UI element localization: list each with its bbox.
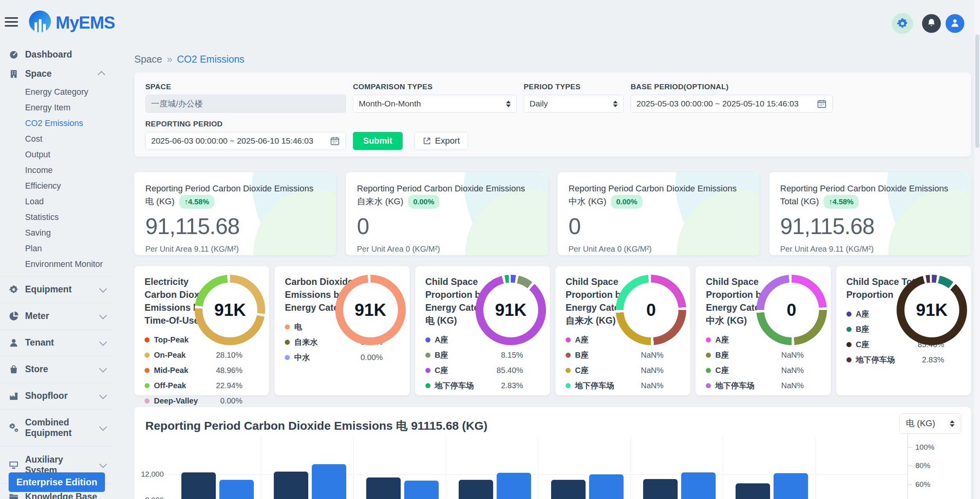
breadcrumb-parent[interactable]: Space (134, 54, 162, 65)
sidebar-item-shopfloor[interactable]: Shopfloor (0, 383, 114, 409)
period-types-select[interactable]: Daily (524, 95, 624, 113)
sidebar-subitem-environment-monitor[interactable]: Environment Monitor (25, 256, 114, 272)
submit-button[interactable]: Submit (353, 132, 403, 150)
hamburger-menu-icon[interactable] (5, 17, 18, 27)
legend-dot (145, 383, 150, 388)
page-scrollbar[interactable] (975, 0, 980, 499)
sidebar-item-equipment[interactable]: Equipment (0, 276, 114, 303)
sidebar-subitem-co2-emissions[interactable]: CO2 Emissions (25, 115, 114, 131)
bar-base-period[interactable] (643, 479, 678, 499)
legend-item[interactable]: B座NaN% (566, 350, 664, 360)
sidebar-item-dashboard[interactable]: Dashboard (0, 45, 114, 64)
space-input[interactable]: 一度城/办公楼 (145, 95, 346, 113)
bar-reporting-period[interactable] (589, 474, 624, 499)
bar-reporting-period[interactable] (312, 464, 346, 499)
sidebar-subitem-energy-category[interactable]: Energy Category (25, 84, 114, 100)
legend-item[interactable]: On-Peak28.10% (145, 350, 242, 360)
legend-label: A座 (715, 335, 729, 345)
sidebar-item-space[interactable]: Space (0, 64, 114, 83)
legend-item[interactable]: 地下停车场NaN% (566, 381, 664, 391)
donut-center-value: 91K (495, 300, 527, 320)
legend-label: Deep-Valley (154, 396, 198, 406)
sidebar-subitem-load[interactable]: Load (25, 194, 114, 209)
breadcrumb-current[interactable]: CO2 Emissions (177, 54, 244, 65)
sidebar-subitem-plan[interactable]: Plan (25, 241, 114, 256)
reporting-period-input[interactable]: 2025-06-03 00:00:00 ~ 2025-06-10 15:46:0… (145, 132, 346, 150)
sidebar-group: Equipment (0, 276, 114, 303)
sidebar-navigation: DashboardSpaceEnergy CategoryEnergy Item… (0, 45, 114, 499)
sidebar-item-meter[interactable]: Meter (0, 303, 114, 329)
bar-reporting-period[interactable] (404, 481, 439, 499)
bell-icon (926, 18, 937, 29)
sidebar-subitem-saving[interactable]: Saving (25, 225, 114, 241)
legend-item[interactable]: C座85.40% (425, 366, 523, 375)
energy-category-select[interactable]: 电 (KG) (899, 413, 961, 434)
meter-icon (9, 311, 19, 321)
kpi-card-content: Reporting Period Carbon Dioxide Emission… (780, 182, 960, 255)
kpi-card-content: Reporting Period Carbon Dioxide Emission… (357, 182, 537, 255)
kpi-title-text: Reporting Period Carbon Dioxide Emission… (569, 184, 737, 206)
sidebar-item-tenant[interactable]: Tenant (0, 330, 114, 356)
kpi-title-text: Reporting Period Carbon Dioxide Emission… (145, 184, 313, 206)
sidebar-subitem-income[interactable]: Income (25, 162, 114, 178)
legend-item[interactable]: C座NaN% (706, 366, 804, 375)
chevron-down-icon (99, 285, 107, 292)
legend-value: 28.10% (216, 351, 242, 360)
user-profile-button[interactable] (946, 14, 964, 33)
donut-card: Child Space Proportion by Energy Categor… (696, 266, 830, 395)
bar-reporting-period[interactable] (497, 473, 531, 499)
kpi-title: Reporting Period Carbon Dioxide Emission… (145, 182, 314, 209)
legend-dot (846, 342, 852, 347)
legend-item[interactable]: Off-Peak22.94% (145, 381, 242, 391)
legend-label: C座 (856, 340, 869, 349)
legend-item[interactable]: 地下停车场2.83% (425, 381, 523, 391)
legend-dot (285, 355, 290, 360)
legend-item[interactable]: B座8.15% (425, 350, 523, 360)
legend-item[interactable]: 地下停车场NaN% (706, 381, 804, 391)
legend-item[interactable]: Deep-Valley0.00% (145, 396, 242, 406)
bar-reporting-period[interactable] (774, 473, 808, 499)
breadcrumb: Space » CO2 Emissions (134, 54, 244, 65)
sidebar-subitem-cost[interactable]: Cost (25, 131, 114, 147)
donut-card: Child Space Proportion by Energy Categor… (415, 266, 550, 395)
bar-reporting-period[interactable] (219, 480, 254, 499)
legend-item[interactable]: C座NaN% (566, 366, 664, 375)
kpi-change-badge: ↑4.58% (179, 195, 214, 209)
legend-dot (145, 353, 150, 358)
bar-reporting-period[interactable] (681, 472, 716, 499)
space-submenu: Energy CategoryEnergy ItemCO2 EmissionsC… (0, 83, 114, 276)
bar-base-period[interactable] (181, 472, 216, 499)
notifications-button[interactable] (922, 14, 941, 33)
legend-value: 8.15% (501, 351, 523, 360)
legend-item[interactable]: Mid-Peak48.96% (145, 366, 242, 375)
sidebar-item-store[interactable]: Store (0, 356, 114, 382)
bar-base-period[interactable] (551, 480, 586, 499)
bar-base-period[interactable] (459, 480, 493, 499)
bar-base-period[interactable] (366, 477, 401, 499)
bar-base-period[interactable] (736, 483, 770, 499)
donut-ring: 91K (195, 275, 265, 345)
legend-item[interactable]: B座NaN% (706, 350, 804, 360)
legend-item[interactable]: 地下停车场2.83% (846, 355, 944, 365)
sidebar-subitem-statistics[interactable]: Statistics (25, 209, 114, 225)
sidebar-subitem-energy-item[interactable]: Energy Item (25, 100, 114, 115)
sidebar-subitem-efficiency[interactable]: Efficiency (25, 178, 114, 194)
settings-button[interactable] (888, 9, 917, 38)
kpi-value: 0 (569, 213, 749, 239)
legend-dot (285, 324, 290, 330)
legend-label: Mid-Peak (154, 366, 188, 375)
sidebar-item-combined-equipment[interactable]: Combined Equipment (0, 409, 114, 446)
legend-item[interactable]: 中水0.00% (285, 353, 383, 362)
donut-center-value: 91K (354, 300, 386, 320)
sidebar-subitem-output[interactable]: Output (25, 147, 114, 162)
comparison-types-select[interactable]: Month-On-Month (353, 95, 517, 113)
enterprise-edition-button[interactable]: Enterprise Edition (9, 472, 105, 492)
donut-hole: 0 (764, 283, 819, 337)
donut-hole: 91K (203, 283, 257, 337)
export-button[interactable]: Export (414, 132, 468, 150)
legend-value: 85.40% (497, 366, 523, 375)
bar-base-period[interactable] (274, 472, 308, 499)
scrollbar-thumb[interactable] (975, 34, 979, 148)
base-period-input[interactable]: 2025-05-03 00:00:00 ~ 2025-05-10 15:46:0… (631, 95, 833, 113)
kpi-change-badge: 0.00% (408, 195, 439, 209)
